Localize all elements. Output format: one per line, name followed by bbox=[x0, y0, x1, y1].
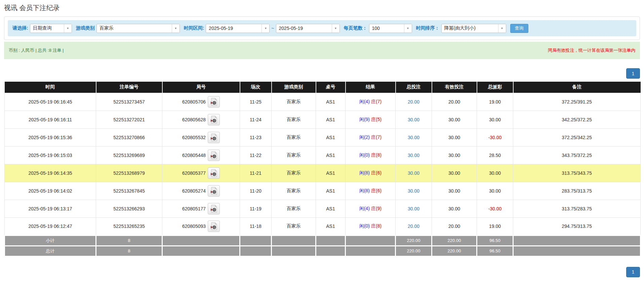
header-note: 备注 bbox=[513, 82, 641, 93]
cell-game-type: 百家乐 bbox=[272, 164, 316, 182]
chevron-down-icon[interactable]: ▼ bbox=[404, 24, 412, 33]
result-banker: 庄(8) bbox=[371, 152, 381, 158]
video-replay-button[interactable] bbox=[208, 203, 220, 214]
date-to-select[interactable]: 2025-05-19 ▼ bbox=[276, 24, 340, 33]
film-icon bbox=[210, 222, 217, 230]
video-replay-button[interactable] bbox=[208, 185, 220, 197]
round-number-and-video: 620805448 bbox=[182, 150, 220, 161]
cell-note: 372.25/391.25 bbox=[513, 93, 641, 111]
query-type-label: 请选择: bbox=[12, 25, 28, 31]
cell-total-bet: 30.00 bbox=[396, 164, 432, 182]
total-bet-link[interactable]: 30.00 bbox=[408, 170, 419, 176]
total-bet-link[interactable]: 30.00 bbox=[408, 117, 419, 122]
cell-bet-id: 522513273457 bbox=[96, 93, 162, 111]
cell-session: 11-21 bbox=[240, 164, 272, 182]
cell-game-type: 百家乐 bbox=[272, 93, 316, 111]
query-type-select[interactable]: 日期查询 ▼ bbox=[30, 24, 72, 33]
cell-payout: -30.00 bbox=[477, 200, 513, 217]
footer-valid-bet: 220.00 bbox=[432, 235, 477, 246]
table-header-row: 时间 注单编号 局号 场次 游戏类别 桌号 结果 总投注 有效投注 总派彩 备注 bbox=[5, 82, 641, 93]
footer-empty-session bbox=[240, 235, 272, 246]
cell-table-no: AS1 bbox=[316, 111, 346, 128]
cell-game-type: 百家乐 bbox=[272, 217, 316, 235]
total-bet-link[interactable]: 30.00 bbox=[408, 135, 419, 140]
chevron-down-icon[interactable]: ▼ bbox=[498, 24, 506, 33]
cell-note: 342.25/372.25 bbox=[513, 111, 641, 128]
cell-session: 11-25 bbox=[240, 93, 272, 111]
cell-table-no: AS1 bbox=[316, 128, 346, 146]
footer-label: 总计 bbox=[5, 246, 96, 256]
cell-payout: 30.00 bbox=[477, 182, 513, 200]
total-bet-link[interactable]: 30.00 bbox=[408, 153, 419, 158]
per-page-select[interactable]: 100 ▼ bbox=[369, 24, 412, 33]
table-body: 2025-05-19 06:16:45522513273457620805706… bbox=[5, 93, 641, 235]
betting-records-table: 时间 注单编号 局号 场次 游戏类别 桌号 结果 总投注 有效投注 总派彩 备注… bbox=[4, 82, 641, 257]
summary-bar: 币别 : 人民币 | 总共 :8 注单 | 同局有效投注，统一计算在该局第一张注… bbox=[4, 42, 640, 59]
result-banker: 庄(8) bbox=[371, 223, 381, 229]
per-page-value: 100 bbox=[369, 24, 404, 33]
cell-payout: 19.00 bbox=[477, 217, 513, 235]
cell-time: 2025-05-19 06:12:47 bbox=[5, 217, 96, 235]
cell-round: 620805377 bbox=[162, 164, 240, 182]
round-number: 620805093 bbox=[182, 224, 206, 229]
video-replay-button[interactable] bbox=[208, 150, 220, 161]
time-sort-select[interactable]: 降冪(由大到小) ▼ bbox=[441, 24, 506, 33]
table-row[interactable]: 2025-05-19 06:14:35522513268979620805377… bbox=[5, 164, 641, 182]
header-time: 时间 bbox=[5, 82, 96, 93]
cell-table-no: AS1 bbox=[316, 182, 346, 200]
table-row[interactable]: 2025-05-19 06:16:11522513272021620805628… bbox=[5, 111, 641, 128]
total-bet-link[interactable]: 20.00 bbox=[408, 224, 419, 229]
video-replay-button[interactable] bbox=[208, 96, 220, 108]
table-row[interactable]: 2025-05-19 06:15:36522513270866620805532… bbox=[5, 128, 641, 146]
footer-label: 小计 bbox=[5, 235, 96, 246]
result-player: 闲(4) bbox=[359, 206, 370, 211]
chevron-down-icon[interactable]: ▼ bbox=[332, 24, 339, 33]
video-replay-button[interactable] bbox=[208, 220, 220, 232]
cell-total-bet: 20.00 bbox=[396, 217, 432, 235]
table-row[interactable]: 2025-05-19 06:16:45522513273457620805706… bbox=[5, 93, 641, 111]
footer-empty-table bbox=[316, 246, 346, 256]
table-row[interactable]: 2025-05-19 06:15:03522513269689620805448… bbox=[5, 146, 641, 164]
round-number: 620805274 bbox=[182, 188, 206, 194]
chevron-down-icon[interactable]: ▼ bbox=[64, 24, 72, 33]
summary-row: 总计8220.00220.0096.50 bbox=[5, 246, 641, 256]
date-from-select[interactable]: 2025-05-19 ▼ bbox=[206, 24, 270, 33]
table-row[interactable]: 2025-05-19 06:14:02522513267845620805274… bbox=[5, 182, 641, 200]
cell-valid-bet: 30.00 bbox=[432, 182, 477, 200]
table-row[interactable]: 2025-05-19 06:13:17522513266293620805177… bbox=[5, 200, 641, 217]
cell-bet-id: 522513265235 bbox=[96, 217, 162, 235]
result-player: 闲(0) bbox=[359, 223, 370, 229]
footer-empty-result bbox=[346, 246, 396, 256]
page-button-1[interactable]: 1 bbox=[626, 267, 640, 277]
cell-note: 313.75/283.75 bbox=[513, 200, 641, 217]
film-icon bbox=[210, 98, 217, 106]
film-icon bbox=[210, 205, 217, 213]
cell-note: 343.75/372.25 bbox=[513, 146, 641, 164]
query-type-value: 日期查询 bbox=[30, 24, 64, 33]
round-number: 620805177 bbox=[182, 206, 206, 211]
total-bet-link[interactable]: 30.00 bbox=[408, 188, 419, 194]
page-button-1[interactable]: 1 bbox=[626, 68, 640, 79]
cell-payout: 30.00 bbox=[477, 111, 513, 128]
round-number-and-video: 620805532 bbox=[182, 132, 220, 143]
table-footer: 小计8220.00220.0096.50总计8220.00220.0096.50 bbox=[5, 235, 641, 256]
video-replay-button[interactable] bbox=[208, 114, 220, 125]
film-icon bbox=[210, 187, 217, 195]
search-button[interactable]: 查询 bbox=[510, 24, 528, 33]
result-banker: 庄(6) bbox=[371, 170, 381, 175]
cell-valid-bet: 20.00 bbox=[432, 217, 477, 235]
game-type-select[interactable]: 百家乐 ▼ bbox=[96, 24, 180, 33]
chevron-down-icon[interactable]: ▼ bbox=[261, 24, 269, 33]
cell-round: 620805177 bbox=[162, 200, 240, 217]
footer-empty-note bbox=[513, 246, 641, 256]
video-replay-button[interactable] bbox=[208, 132, 220, 143]
video-replay-button[interactable] bbox=[208, 167, 220, 179]
chevron-down-icon[interactable]: ▼ bbox=[172, 24, 179, 33]
cell-result: 闲(9)庄(5) bbox=[346, 111, 396, 128]
total-bet-link[interactable]: 20.00 bbox=[408, 99, 419, 105]
result-player: 闲(9) bbox=[359, 117, 370, 122]
result-player: 闲(0) bbox=[359, 152, 370, 158]
cell-time: 2025-05-19 06:14:35 bbox=[5, 164, 96, 182]
total-bet-link[interactable]: 30.00 bbox=[408, 206, 419, 211]
table-row[interactable]: 2025-05-19 06:12:47522513265235620805093… bbox=[5, 217, 641, 235]
